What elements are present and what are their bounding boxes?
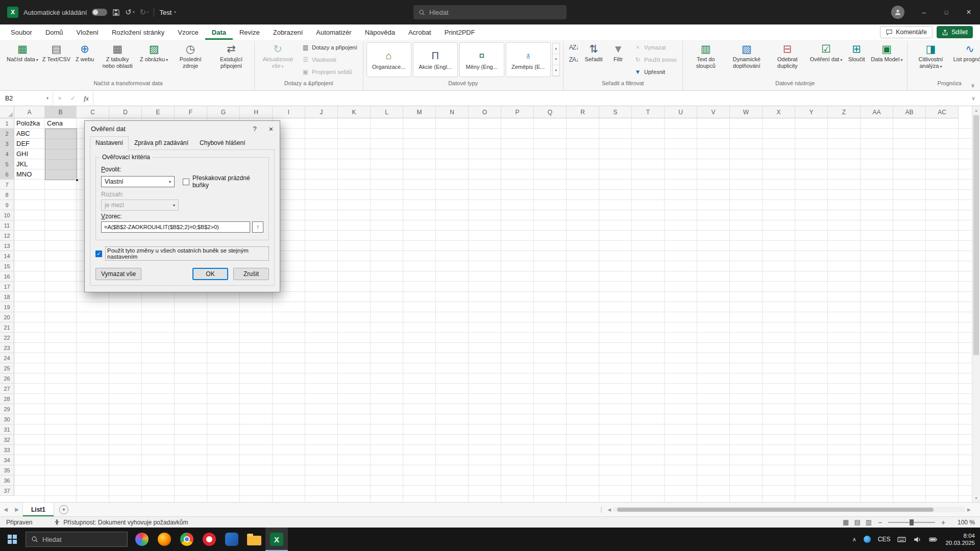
column-header-X[interactable]: X — [763, 106, 795, 118]
row-header-9[interactable]: 9 — [0, 200, 14, 210]
column-header-N[interactable]: N — [436, 106, 469, 118]
tab-napoveda[interactable]: Nápověda — [358, 24, 402, 40]
tab-zobrazeni[interactable]: Zobrazení — [266, 24, 310, 40]
row-header-4[interactable]: 4 — [0, 149, 14, 159]
minimize-button[interactable] — [913, 0, 935, 24]
column-header-B[interactable]: B — [45, 106, 77, 118]
column-header-Y[interactable]: Y — [795, 106, 828, 118]
column-header-Z[interactable]: Z — [828, 106, 861, 118]
cell-B1[interactable]: Cena — [45, 118, 77, 129]
row-header-16[interactable]: 16 — [0, 271, 14, 282]
taskbar-app-colorful-button[interactable] — [131, 528, 153, 551]
column-header-K[interactable]: K — [338, 106, 371, 118]
filter-button[interactable]: ▼Filtr — [606, 41, 630, 78]
row-header-3[interactable]: 3 — [0, 139, 14, 149]
row-header-21[interactable]: 21 — [0, 322, 14, 333]
column-header-M[interactable]: M — [403, 106, 436, 118]
row-header-23[interactable]: 23 — [0, 343, 14, 353]
accessibility-status[interactable]: Přístupnost: Dokument vyhovuje požadavků… — [54, 519, 188, 526]
column-header-S[interactable]: S — [599, 106, 632, 118]
horizontal-scroll-thumb[interactable] — [617, 508, 934, 512]
row-header-35[interactable]: 35 — [0, 465, 14, 475]
ok-button[interactable]: OK — [192, 268, 228, 280]
previous-sheet-button[interactable] — [0, 507, 11, 512]
row-header-12[interactable]: 12 — [0, 231, 14, 241]
autosave-toggle[interactable] — [92, 9, 107, 16]
column-header-H[interactable]: H — [240, 106, 273, 118]
row-header-33[interactable]: 33 — [0, 445, 14, 455]
comments-button[interactable]: Komentáře — [880, 26, 933, 38]
page-break-view-button[interactable] — [866, 518, 872, 526]
row-header-5[interactable]: 5 — [0, 159, 14, 169]
from-table-range-button[interactable]: ▦Z tabulky nebo oblasti — [97, 41, 137, 78]
scroll-right-arrow[interactable] — [967, 507, 971, 512]
fill-handle[interactable] — [76, 179, 79, 182]
row-header-18[interactable]: 18 — [0, 292, 14, 302]
row-header-11[interactable]: 11 — [0, 220, 14, 231]
maximize-button[interactable] — [935, 0, 958, 24]
share-button[interactable]: Sdílet — [937, 26, 973, 38]
column-header-F[interactable]: F — [175, 106, 207, 118]
column-header-T[interactable]: T — [632, 106, 665, 118]
search-input[interactable]: Hledat — [413, 5, 567, 19]
undo-button[interactable] — [125, 8, 134, 17]
row-header-10[interactable]: 10 — [0, 210, 14, 220]
row-header-7[interactable]: 7 — [0, 180, 14, 190]
collapse-ribbon-button[interactable] — [971, 82, 975, 89]
cell-A2[interactable]: ABC — [14, 129, 45, 139]
taskbar-search-input[interactable]: Hledat — [26, 532, 128, 547]
dialog-tab-settings[interactable]: Nastavení — [90, 136, 129, 150]
column-header-AB[interactable]: AB — [893, 106, 926, 118]
sort-button[interactable]: ⇅Seřadit — [582, 41, 605, 78]
text-to-columns-button[interactable]: ▥Text do sloupců — [686, 41, 726, 78]
taskbar-chrome-button[interactable] — [176, 528, 198, 551]
row-header-15[interactable]: 15 — [0, 261, 14, 271]
zoom-slider-thumb[interactable] — [910, 519, 914, 525]
forecast-sheet-button[interactable]: ∿List prognózy — [951, 41, 980, 78]
tab-soubor[interactable]: Soubor — [4, 24, 39, 40]
zoom-out-button[interactable] — [877, 518, 883, 527]
column-header-L[interactable]: L — [371, 106, 403, 118]
apply-all-checkbox[interactable]: Použít tyto změny u všech ostatních buně… — [95, 246, 269, 261]
normal-view-button[interactable] — [843, 518, 849, 526]
row-header-14[interactable]: 14 — [0, 251, 14, 261]
gallery-up-button[interactable]: ▴ — [553, 43, 559, 54]
row-header-37[interactable]: 37 — [0, 486, 14, 496]
datatype-geography[interactable]: ♁Zeměpis (E... — [506, 42, 551, 77]
row-header-29[interactable]: 29 — [0, 404, 14, 414]
sheet-tab-list1[interactable]: List1 — [22, 503, 54, 516]
row-header-26[interactable]: 26 — [0, 373, 14, 384]
avatar[interactable] — [891, 6, 904, 19]
language-indicator[interactable]: CES — [878, 536, 891, 543]
taskbar-excel-button[interactable] — [265, 528, 288, 551]
start-button[interactable] — [0, 528, 24, 551]
queries-connections-button[interactable]: ▥Dotazy a připojení — [299, 41, 360, 54]
tab-acrobat[interactable]: Acrobat — [402, 24, 438, 40]
column-header-P[interactable]: P — [501, 106, 534, 118]
tab-domu[interactable]: Domů — [39, 24, 70, 40]
battery-icon[interactable] — [929, 535, 938, 544]
row-header-1[interactable]: 1 — [0, 118, 14, 129]
taskbar-app-blue-button[interactable] — [220, 528, 243, 551]
tab-vlozeni[interactable]: Vložení — [70, 24, 105, 40]
from-text-csv-button[interactable]: ▤Z Text/CSV — [41, 41, 72, 78]
redo-button[interactable] — [139, 8, 149, 17]
formula-input[interactable] — [93, 91, 967, 106]
row-header-8[interactable]: 8 — [0, 190, 14, 200]
touch-keyboard-icon[interactable] — [897, 535, 906, 544]
horizontal-scroll-track[interactable] — [613, 507, 965, 512]
column-header-V[interactable]: V — [697, 106, 730, 118]
taskbar-file-explorer-button[interactable] — [243, 528, 265, 551]
column-header-C[interactable]: C — [77, 106, 109, 118]
get-data-button[interactable]: ▦Načíst data▾ — [5, 41, 40, 78]
from-picture-button[interactable]: ▨Z obrázku▾ — [138, 41, 169, 78]
add-sheet-button[interactable] — [59, 505, 68, 514]
tab-rozlozeni-stranky[interactable]: Rozložení stránky — [105, 24, 171, 40]
close-button[interactable] — [958, 0, 980, 24]
vertical-scroll-thumb[interactable] — [973, 115, 979, 355]
row-header-20[interactable]: 20 — [0, 312, 14, 322]
save-button[interactable] — [112, 9, 120, 16]
row-header-17[interactable]: 17 — [0, 282, 14, 292]
row-header-31[interactable]: 31 — [0, 424, 14, 435]
row-header-30[interactable]: 30 — [0, 414, 14, 424]
